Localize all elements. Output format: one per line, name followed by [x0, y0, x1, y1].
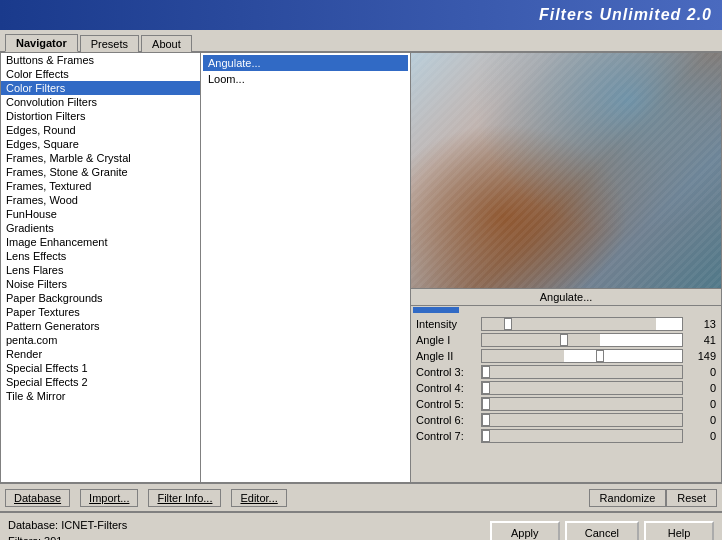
- status-info: Database: ICNET-Filters Filters: 391: [8, 517, 127, 541]
- nav-item-edges-round[interactable]: Edges, Round: [1, 123, 200, 137]
- control-row-angle1: Angle I 41: [416, 333, 716, 347]
- angle2-slider[interactable]: [481, 349, 683, 363]
- database-button[interactable]: Database: [5, 489, 70, 507]
- nav-item-gradients[interactable]: Gradients: [1, 221, 200, 235]
- nav-list[interactable]: Buttons & Frames Color Effects Color Fil…: [1, 53, 200, 482]
- nav-item-color-filters[interactable]: Color Filters: [1, 81, 200, 95]
- nav-item-frames-marble-crystal[interactable]: Frames, Marble & Crystal: [1, 151, 200, 165]
- apply-button[interactable]: Apply: [490, 521, 560, 540]
- preview-area: [411, 53, 721, 288]
- title-bar: Filters Unlimited 2.0: [0, 0, 722, 30]
- nav-item-image-enhancement[interactable]: Image Enhancement: [1, 235, 200, 249]
- database-info: Database: ICNET-Filters: [8, 517, 127, 534]
- nav-item-noise-filters[interactable]: Noise Filters: [1, 277, 200, 291]
- left-panel: Buttons & Frames Color Effects Color Fil…: [1, 53, 201, 482]
- main-content: Buttons & Frames Color Effects Color Fil…: [0, 53, 722, 483]
- angle1-slider[interactable]: [481, 333, 683, 347]
- filter-list[interactable]: Angulate... Loom...: [201, 53, 410, 482]
- nav-item-frames-textured[interactable]: Frames, Textured: [1, 179, 200, 193]
- filters-label: Filters:: [8, 535, 41, 540]
- svg-rect-0: [411, 53, 721, 288]
- nav-item-special-effects-1[interactable]: Special Effects 1: [1, 361, 200, 375]
- filters-info: Filters: 391: [8, 533, 127, 540]
- nav-item-penta-com[interactable]: penta.com: [1, 333, 200, 347]
- nav-item-color-effects[interactable]: Color Effects: [1, 67, 200, 81]
- nav-item-paper-textures[interactable]: Paper Textures: [1, 305, 200, 319]
- status-bar: Database: ICNET-Filters Filters: 391 App…: [0, 511, 722, 540]
- control-row-control6: Control 6: 0: [416, 413, 716, 427]
- control7-label: Control 7:: [416, 430, 481, 442]
- nav-item-lens-effects[interactable]: Lens Effects: [1, 249, 200, 263]
- angle2-value: 149: [686, 350, 716, 362]
- intensity-label: Intensity: [416, 318, 481, 330]
- control6-label: Control 6:: [416, 414, 481, 426]
- tab-about[interactable]: About: [141, 35, 192, 52]
- control-row-control3: Control 3: 0: [416, 365, 716, 379]
- database-value: ICNET-Filters: [61, 519, 127, 531]
- right-panel: Angulate... Intensity 13 Angle I: [411, 53, 721, 482]
- randomize-button[interactable]: Randomize: [589, 489, 667, 507]
- action-buttons: Apply Cancel Help: [490, 521, 714, 540]
- control-row-control7: Control 7: 0: [416, 429, 716, 443]
- nav-item-lens-flares[interactable]: Lens Flares: [1, 263, 200, 277]
- middle-panel: Angulate... Loom...: [201, 53, 411, 482]
- control3-value: 0: [686, 366, 716, 378]
- editor-button[interactable]: Editor...: [231, 489, 286, 507]
- intensity-slider[interactable]: [481, 317, 683, 331]
- reset-button[interactable]: Reset: [666, 489, 717, 507]
- control-row-angle2: Angle II 149: [416, 349, 716, 363]
- control6-value: 0: [686, 414, 716, 426]
- control5-slider[interactable]: [481, 397, 683, 411]
- angle1-label: Angle I: [416, 334, 481, 346]
- app-title: Filters Unlimited 2.0: [539, 6, 712, 24]
- bottom-toolbar: Database Import... Filter Info... Editor…: [0, 483, 722, 511]
- nav-item-frames-wood[interactable]: Frames, Wood: [1, 193, 200, 207]
- control3-label: Control 3:: [416, 366, 481, 378]
- cancel-button[interactable]: Cancel: [565, 521, 639, 540]
- controls-area: Intensity 13 Angle I 41 Angle II: [411, 314, 721, 448]
- nav-item-paper-backgrounds[interactable]: Paper Backgrounds: [1, 291, 200, 305]
- filter-name-display: Angulate...: [411, 288, 721, 306]
- progress-bar: [413, 307, 459, 313]
- database-label: Database:: [8, 519, 58, 531]
- import-button[interactable]: Import...: [80, 489, 138, 507]
- help-button[interactable]: Help: [644, 521, 714, 540]
- filters-value: 391: [44, 535, 62, 540]
- control5-label: Control 5:: [416, 398, 481, 410]
- nav-item-pattern-generators[interactable]: Pattern Generators: [1, 319, 200, 333]
- control3-slider[interactable]: [481, 365, 683, 379]
- control-row-control4: Control 4: 0: [416, 381, 716, 395]
- control5-value: 0: [686, 398, 716, 410]
- nav-item-funhouse[interactable]: FunHouse: [1, 207, 200, 221]
- control4-label: Control 4:: [416, 382, 481, 394]
- nav-item-special-effects-2[interactable]: Special Effects 2: [1, 375, 200, 389]
- nav-item-convolution-filters[interactable]: Convolution Filters: [1, 95, 200, 109]
- control4-slider[interactable]: [481, 381, 683, 395]
- nav-item-frames-stone-granite[interactable]: Frames, Stone & Granite: [1, 165, 200, 179]
- control4-value: 0: [686, 382, 716, 394]
- filter-item-loom[interactable]: Loom...: [203, 71, 408, 87]
- preview-image: [411, 53, 721, 288]
- tab-presets[interactable]: Presets: [80, 35, 139, 52]
- control-row-intensity: Intensity 13: [416, 317, 716, 331]
- filter-info-button[interactable]: Filter Info...: [148, 489, 221, 507]
- control7-slider[interactable]: [481, 429, 683, 443]
- progress-bar-area: [411, 306, 721, 314]
- control6-slider[interactable]: [481, 413, 683, 427]
- control7-value: 0: [686, 430, 716, 442]
- nav-item-distortion-filters[interactable]: Distortion Filters: [1, 109, 200, 123]
- nav-item-edges-square[interactable]: Edges, Square: [1, 137, 200, 151]
- filter-item-angulate[interactable]: Angulate...: [203, 55, 408, 71]
- angle1-value: 41: [686, 334, 716, 346]
- tab-navigator[interactable]: Navigator: [5, 34, 78, 52]
- nav-item-tile-mirror[interactable]: Tile & Mirror: [1, 389, 200, 403]
- angle2-label: Angle II: [416, 350, 481, 362]
- nav-item-render[interactable]: Render: [1, 347, 200, 361]
- tabs-bar: Navigator Presets About: [0, 30, 722, 53]
- nav-item-buttons-frames[interactable]: Buttons & Frames: [1, 53, 200, 67]
- control-row-control5: Control 5: 0: [416, 397, 716, 411]
- intensity-value: 13: [686, 318, 716, 330]
